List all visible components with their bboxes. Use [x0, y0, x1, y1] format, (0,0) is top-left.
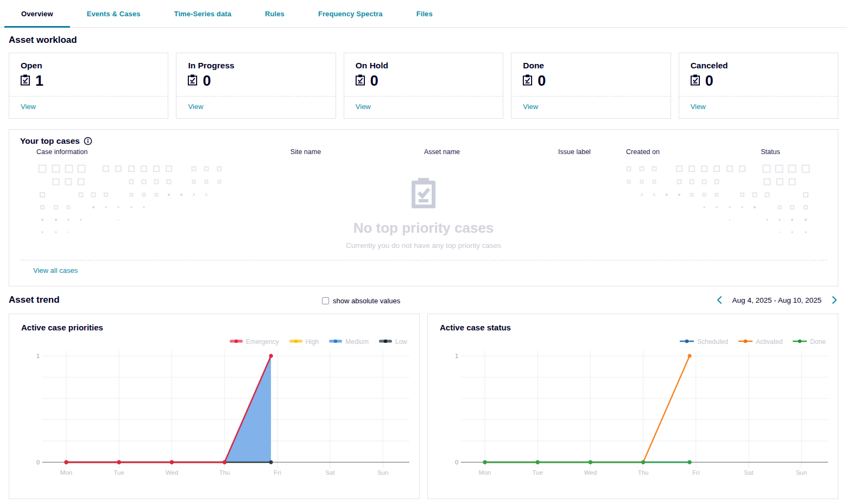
legend-item-scheduled[interactable]: Scheduled — [680, 338, 728, 346]
tab-events-cases[interactable]: Events & Cases — [70, 0, 157, 27]
scheduled-legend-marker — [680, 338, 694, 346]
svg-text:Mon: Mon — [479, 469, 491, 476]
svg-text:Sun: Sun — [796, 469, 807, 476]
svg-text:Mon: Mon — [60, 469, 72, 476]
legend-item-low[interactable]: Low — [379, 338, 407, 346]
svg-text:Wed: Wed — [584, 469, 597, 476]
card-divider — [9, 96, 168, 97]
svg-text:1: 1 — [455, 353, 458, 359]
show-absolute-values-toggle[interactable]: show absolute values — [322, 297, 400, 305]
empty-state-title: No top priority cases — [346, 220, 501, 237]
chart-legend: Emergency High Medium Low — [230, 338, 407, 346]
workload-cards: Open 1 View In Progress 0 View On Hold — [9, 53, 838, 119]
card-divider — [679, 96, 838, 97]
card-count: 0 — [203, 74, 211, 88]
view-on-hold-link[interactable]: View — [356, 103, 371, 111]
top-cases-card: Your top cases Case information Site nam… — [9, 129, 838, 286]
card-divider — [511, 96, 670, 97]
column-header-created-on: Created on — [626, 148, 660, 156]
column-header-status: Status — [761, 148, 780, 156]
card-divider — [176, 96, 335, 97]
top-cases-title: Your top cases — [20, 136, 80, 146]
svg-text:1: 1 — [36, 353, 40, 359]
workload-card-open: Open 1 View — [9, 53, 168, 119]
low-legend-marker — [379, 338, 392, 346]
info-icon[interactable] — [84, 137, 92, 145]
svg-text:Sun: Sun — [377, 469, 388, 476]
show-absolute-values-label: show absolute values — [333, 297, 400, 305]
workload-card-canceled: Canceled 0 View — [679, 53, 838, 119]
tab-rules[interactable]: Rules — [248, 0, 301, 27]
asset-workload-heading: Asset workload — [9, 35, 77, 46]
svg-text:Thu: Thu — [219, 469, 230, 476]
clipboard-check-icon — [20, 74, 30, 88]
card-count: 0 — [370, 74, 378, 88]
svg-text:0: 0 — [455, 459, 458, 465]
asset-trend-charts: Active case priorities Emergency High Me… — [9, 314, 838, 499]
clipboard-check-icon — [355, 74, 365, 88]
clipboard-check-icon — [187, 74, 198, 88]
card-title: Done — [523, 61, 544, 71]
svg-text:Tue: Tue — [114, 469, 124, 476]
legend-item-done[interactable]: Done — [793, 338, 826, 346]
chart-title: Active case priorities — [21, 323, 103, 332]
column-header-asset-name: Asset name — [424, 148, 460, 156]
empty-state: No top priority cases Currently you do n… — [346, 177, 501, 250]
svg-text:Sat: Sat — [325, 469, 335, 476]
priorities-line-chart: 01MonTueWedThuFriSatSun — [9, 346, 419, 482]
view-in-progress-link[interactable]: View — [188, 103, 203, 111]
workload-card-in-progress: In Progress 0 View — [176, 53, 336, 119]
svg-text:Fri: Fri — [692, 469, 699, 476]
clipboard-empty-icon — [410, 201, 437, 210]
chevron-right-icon[interactable] — [831, 296, 838, 304]
chart-title: Active case status — [440, 323, 511, 332]
active-case-priorities-card: Active case priorities Emergency High Me… — [9, 314, 420, 499]
card-divider — [344, 96, 503, 97]
tab-time-series-data[interactable]: Time-Series data — [157, 0, 248, 27]
overview-page: Overview Events & Cases Time-Series data… — [0, 0, 847, 504]
svg-text:Fri: Fri — [274, 469, 281, 476]
card-count: 1 — [35, 74, 43, 88]
card-count: 0 — [705, 74, 713, 88]
workload-card-done: Done 0 View — [511, 53, 671, 119]
svg-text:Wed: Wed — [166, 469, 178, 476]
active-case-status-card: Active case status Scheduled Activated D… — [427, 314, 838, 499]
empty-state-subtitle: Currently you do not have any top priori… — [346, 241, 501, 250]
date-range-text: Aug 4, 2025 - Aug 10, 2025 — [732, 296, 821, 304]
activated-legend-marker — [738, 338, 753, 346]
column-header-issue-label: Issue label — [558, 148, 591, 156]
clipboard-check-icon — [522, 74, 533, 88]
svg-text:Sat: Sat — [744, 469, 754, 476]
status-line-chart: 01MonTueWedThuFriSatSun — [428, 346, 838, 482]
skeleton-pattern-right — [621, 161, 827, 239]
legend-item-activated[interactable]: Activated — [738, 338, 782, 346]
tab-overview[interactable]: Overview — [4, 0, 70, 27]
view-all-cases-link[interactable]: View all cases — [33, 266, 78, 275]
chevron-left-icon[interactable] — [716, 296, 723, 304]
emergency-legend-marker — [230, 338, 243, 346]
date-range-navigator: Aug 4, 2025 - Aug 10, 2025 — [716, 296, 838, 304]
column-header-case-information: Case information — [36, 148, 88, 156]
show-absolute-values-checkbox[interactable] — [322, 297, 329, 304]
tab-frequency-spectra[interactable]: Frequency Spectra — [301, 0, 400, 27]
view-canceled-link[interactable]: View — [691, 103, 706, 111]
medium-legend-marker — [329, 338, 342, 346]
skeleton-pattern-left — [21, 161, 227, 239]
tab-bar: Overview Events & Cases Time-Series data… — [0, 0, 847, 28]
view-done-link[interactable]: View — [523, 103, 538, 111]
column-header-site-name: Site name — [290, 148, 321, 156]
tab-files[interactable]: Files — [400, 0, 450, 27]
top-cases-divider — [20, 260, 827, 260]
clipboard-check-icon — [690, 74, 700, 88]
card-count: 0 — [538, 74, 546, 88]
card-title: On Hold — [356, 61, 388, 71]
chart-legend: Scheduled Activated Done — [680, 338, 826, 346]
svg-text:Tue: Tue — [533, 469, 543, 476]
card-title: Canceled — [691, 61, 728, 71]
done-legend-marker — [793, 338, 807, 346]
workload-card-on-hold: On Hold 0 View — [344, 53, 503, 119]
legend-item-medium[interactable]: Medium — [329, 338, 369, 346]
view-open-link[interactable]: View — [21, 103, 36, 111]
legend-item-emergency[interactable]: Emergency — [230, 338, 279, 346]
legend-item-high[interactable]: High — [289, 338, 319, 346]
